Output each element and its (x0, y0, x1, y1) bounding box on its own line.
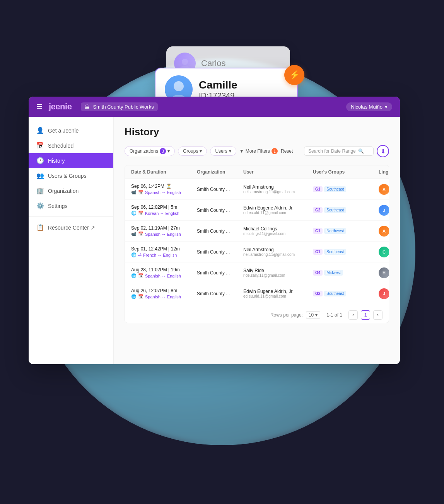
org-selector[interactable]: 🏛 Smith County Public Works (81, 102, 157, 111)
date-text-6: Aug 26, 12:07PM | 8m (131, 288, 177, 293)
cal-icon-5: 📅 (138, 273, 143, 278)
cell-date-3: Sep 02, 11:19AM | 27m 📹 📅 Spanish ↔ Engl… (131, 225, 197, 237)
cal-icon-6: 📅 (138, 294, 143, 299)
lang-2: Korean ↔ English (145, 211, 179, 216)
group-tag: G1 (313, 186, 323, 192)
cell-groups-1: G1 Southeast (313, 186, 379, 192)
filter-users[interactable]: Users ▾ (210, 146, 236, 156)
user-menu[interactable]: Nicolas Muiño ▾ (346, 102, 392, 111)
cell-groups-6: G2 Southeast (313, 291, 379, 296)
menu-icon[interactable]: ☰ (36, 102, 43, 111)
cell-date-2: Sep 06, 12:02PM | 5m 🌐 📅 Korean ↔ Englis… (131, 204, 197, 216)
cell-user-1: Neil Armstrong neil.armstrong.11@gmail.c… (243, 184, 313, 194)
lightning-badge: ⚡ (284, 65, 304, 85)
date-text-5: Aug 28, 11:02PM | 19m (131, 267, 180, 272)
cell-user-6: Edwin Eugene Aldrin, Jr. ed.eu.ald.11@gm… (243, 289, 313, 298)
cell-user-4: Neil Armstrong neil.armstrong.11@gmail.c… (243, 247, 313, 257)
lang-1: Spanish ↔ English (145, 190, 181, 195)
region-tag: Northwest (324, 228, 346, 234)
filter-org-label: Organizations (130, 148, 158, 154)
sidebar-item-organization[interactable]: 🏢 Organization (29, 183, 113, 198)
linguist-avatar-4: C (379, 247, 389, 257)
group-tag: G2 (313, 207, 323, 213)
cell-linguist-5: H Hector ID: 112233 (379, 267, 389, 278)
globe-icon-5: 🌐 (131, 273, 137, 278)
group-icon: 👥 (36, 172, 44, 179)
th-org: Organization (197, 169, 243, 175)
svg-point-0 (182, 59, 188, 65)
chevron-down-icon: ▾ (385, 104, 388, 110)
next-page-button[interactable]: › (373, 310, 383, 320)
th-linguist: Linguist (379, 169, 389, 175)
sidebar-item-get-a-jeenie[interactable]: 👤 Get a Jeenie (29, 123, 113, 138)
main-content: History Organizations 3 ▾ Groups ▾ Users… (114, 117, 400, 364)
cell-org-3: Smith County ... (197, 228, 243, 234)
page-title: History (125, 126, 389, 138)
filter-groups-chevron: ▾ (200, 148, 202, 154)
cell-user-5: Sally Ride ride.sally.11@gmail.com (243, 268, 313, 278)
filter-groups[interactable]: Groups ▾ (178, 146, 207, 156)
group-tag: G1 (313, 249, 323, 255)
filter-more[interactable]: ▼ More Filters 1 (239, 148, 278, 154)
filter-users-chevron: ▾ (229, 148, 231, 154)
linguist-avatar-2: J (379, 205, 389, 216)
date-text-3: Sep 02, 11:19AM | 27m (131, 225, 180, 231)
table-row: Sep 02, 11:19AM | 27m 📹 📅 Spanish ↔ Engl… (125, 221, 389, 242)
building-icon: 🏛 (85, 104, 90, 110)
camille-card-name: Camille (199, 79, 237, 91)
cell-date-5: Aug 28, 11:02PM | 19m 🌐 📅 Spanish ↔ Engl… (131, 267, 197, 278)
user-icon: 👤 (36, 127, 44, 134)
linguist-avatar-6: J (379, 288, 389, 299)
region-tag: Southeast (324, 291, 346, 296)
sidebar-item-history[interactable]: 🕐 History (29, 153, 113, 168)
lang-5: Spanish ↔ English (145, 274, 181, 278)
th-user: User (243, 169, 313, 175)
search-icon: 🔍 (358, 148, 364, 154)
sidebar-label-get-a-jeenie: Get a Jeenie (48, 128, 79, 134)
search-date-range[interactable]: Search for Date Range 🔍 (304, 146, 374, 156)
prev-page-button[interactable]: ‹ (348, 310, 358, 320)
sidebar-label-resource-center: Resource Center ↗ (48, 225, 95, 231)
linguist-avatar-5: H (379, 267, 389, 278)
search-placeholder: Search for Date Range (308, 148, 356, 154)
sidebar-item-settings[interactable]: ⚙️ Settings (29, 198, 113, 213)
sidebar-item-users-groups[interactable]: 👥 Users & Groups (29, 168, 113, 183)
cell-user-2: Edwin Eugene Aldrin, Jr. od.eu.ald.11@gm… (243, 205, 313, 215)
cell-org-5: Smith County ... (197, 270, 243, 276)
group-tag: G4 (313, 270, 323, 276)
filter-icon-button[interactable]: ⬇ (377, 145, 389, 157)
download-icon: ⬇ (381, 148, 386, 155)
rows-chevron: ▾ (315, 312, 318, 318)
filters-bar: Organizations 3 ▾ Groups ▾ Users ▾ ▼ Mor… (125, 145, 389, 157)
current-page[interactable]: 1 (361, 310, 370, 320)
org-icon: 🏢 (36, 187, 44, 194)
lang-4: French ↔ English (143, 253, 177, 257)
cell-groups-4: G1 Southeast (313, 249, 379, 255)
pagination: Rows per page: 10 ▾ 1-1 of 1 ‹ 1 › (125, 304, 389, 323)
resource-icon: 📋 (36, 224, 44, 231)
table-row: Sep 06, 12:02PM | 5m 🌐 📅 Korean ↔ Englis… (125, 200, 389, 221)
filter-more-label: More Filters (246, 148, 270, 154)
sidebar-divider (29, 216, 113, 217)
cell-linguist-3: A Arturo ID: 112233 (379, 226, 389, 237)
rows-value: 10 (309, 312, 314, 318)
filter-organizations[interactable]: Organizations 3 ▾ (125, 146, 175, 156)
cell-org-1: Smith County ... (197, 187, 243, 192)
svg-point-3 (174, 81, 184, 91)
navbar: ☰ jeenie 🏛 Smith County Public Works Nic… (29, 97, 400, 117)
sidebar-item-resource-center[interactable]: 📋 Resource Center ↗ (29, 220, 113, 235)
cell-groups-3: G1 Northwest (313, 228, 379, 234)
sidebar-label-scheduled: Scheduled (48, 143, 73, 149)
org-name: Smith County Public Works (93, 104, 154, 110)
rows-per-page-select[interactable]: 10 ▾ (306, 311, 320, 319)
table-row: Sep 01, 12:42PM | 12m 🌐 ⇄ French ↔ Engli… (125, 242, 389, 262)
cell-linguist-1: A Arturo ID: 112233 (379, 184, 389, 195)
carlos-name: Carlos (201, 58, 226, 68)
cell-groups-2: G2 Southeast (313, 207, 379, 213)
sidebar-item-scheduled[interactable]: 📅 Scheduled (29, 138, 113, 153)
hourglass-icon: ⏳ (166, 184, 172, 189)
filter-reset[interactable]: Reset (281, 148, 293, 154)
sidebar: 👤 Get a Jeenie 📅 Scheduled 🕐 History 👥 U… (29, 117, 114, 364)
filter-org-chevron: ▾ (167, 148, 170, 154)
table-row: Sep 06, 1:42PM ⏳ 📹 📅 Spanish ↔ English S… (125, 179, 389, 200)
